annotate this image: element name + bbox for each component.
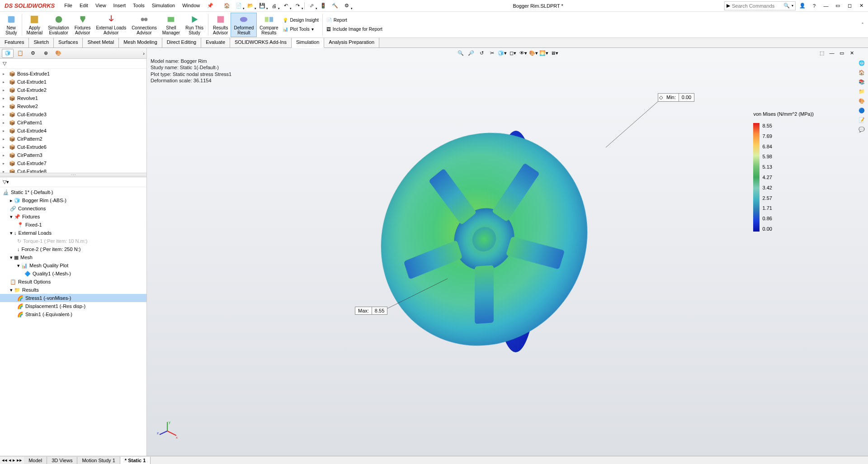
view-triad[interactable]: y x z: [156, 420, 179, 442]
close-icon[interactable]: ✕: [856, 1, 866, 10]
zoom-fit-icon[interactable]: 🔍: [456, 49, 465, 57]
feature-cut-extrude4[interactable]: ▸📦Cut-Extrude4: [0, 127, 146, 135]
menu-pin-icon[interactable]: 📌: [204, 1, 217, 10]
displacement-plot-node[interactable]: 🌈 Displacement1 (-Res disp-): [0, 302, 146, 310]
menu-window[interactable]: Window: [179, 1, 203, 10]
feature-cut-extrude6[interactable]: ▸📦Cut-Extrude6: [0, 143, 146, 151]
home-icon[interactable]: 🏠: [222, 1, 232, 10]
tab-features[interactable]: Features: [0, 38, 29, 47]
save-icon[interactable]: 💾: [257, 1, 267, 10]
feature-cut-extrude3[interactable]: ▸📦Cut-Extrude3: [0, 110, 146, 118]
tab-evaluate[interactable]: Evaluate: [201, 38, 230, 47]
feature-manager-tab-icon[interactable]: 🧊: [2, 49, 14, 58]
design-insight-button[interactable]: 💡 Design Insight: [283, 16, 318, 24]
minimize-icon[interactable]: —: [821, 1, 831, 10]
menu-tools[interactable]: Tools: [130, 1, 148, 10]
menu-file[interactable]: File: [61, 1, 75, 10]
user-icon[interactable]: 👤: [797, 1, 807, 10]
plot-tools-button[interactable]: 📊 Plot Tools ▾: [283, 25, 318, 33]
tp-resources-icon[interactable]: 🌐: [857, 59, 866, 67]
help-icon[interactable]: ?: [809, 1, 819, 10]
feature-cirpattern2[interactable]: ▸📦CirPattern2: [0, 135, 146, 143]
zoom-area-icon[interactable]: 🔎: [467, 49, 476, 57]
connections-node[interactable]: 🔗 Connections: [0, 204, 146, 213]
btab-static1[interactable]: * Static 1: [120, 457, 151, 464]
open-icon[interactable]: 📂: [245, 1, 255, 10]
deformed-result-button[interactable]: DeformedResult: [231, 13, 257, 37]
prev-view-icon[interactable]: ↺: [477, 49, 486, 57]
study-node[interactable]: 🔬 Static 1* (-Default-): [0, 188, 146, 196]
compare-results-button[interactable]: CompareResults: [257, 13, 281, 37]
fixed-node[interactable]: 📍 Fixed-1: [0, 221, 146, 229]
feature-cirpattern3[interactable]: ▸📦CirPattern3: [0, 151, 146, 159]
tab-simulation[interactable]: Simulation: [292, 38, 324, 48]
maximize-icon[interactable]: ◻: [844, 1, 854, 10]
torque-node[interactable]: ↻ Torque-1 (:Per item: 10 N.m:): [0, 237, 146, 245]
sim-filter-icon[interactable]: ▽▾: [3, 179, 9, 185]
shell-manager-button[interactable]: ShellManager: [160, 13, 183, 37]
results-advisor-button[interactable]: ResultsAdvisor: [210, 13, 231, 37]
color-legend[interactable]: von Mises (N/mm^2 (MPa)) 8.557.696.845.9…: [753, 111, 814, 232]
tab-direct-editing[interactable]: Direct Editing: [162, 38, 201, 47]
scene-icon[interactable]: 🌅▾: [539, 49, 548, 57]
graphics-viewport[interactable]: 🔍 🔎 ↺ ✂ 🧊▾ ◻▾ 👁▾ 🎨▾ 🌅▾ 🖥▾ 🌐 🏠 📚 📁 🎨 🔵 📝 …: [147, 48, 868, 456]
stress-plot-node[interactable]: 🌈 Stress1 (-vonMises-): [0, 294, 146, 302]
simulation-evaluator-button[interactable]: SimulationEvaluator: [45, 13, 72, 37]
btab-model[interactable]: Model: [24, 457, 47, 464]
tp-forum-icon[interactable]: 💬: [857, 125, 866, 133]
search-drop-icon[interactable]: ▾: [792, 4, 793, 8]
results-node[interactable]: ▾ 📁 Results: [0, 286, 146, 294]
display-style-icon[interactable]: ◻▾: [508, 49, 517, 57]
dim-manager-tab-icon[interactable]: ⊕: [40, 49, 52, 58]
feature-cut-extrude1[interactable]: ▸📦Cut-Extrude1: [0, 78, 146, 86]
redo-icon[interactable]: ↷: [292, 1, 302, 10]
fixtures-advisor-button[interactable]: FixturesAdvisor: [72, 13, 94, 37]
panel-splitter[interactable]: [0, 173, 146, 177]
tp-custom-props-icon[interactable]: 📝: [857, 116, 866, 124]
view-settings-icon[interactable]: 🖥▾: [550, 49, 559, 57]
rebuild-icon[interactable]: 🔨: [330, 1, 340, 10]
new-study-button[interactable]: NewStudy: [3, 13, 20, 37]
part-node[interactable]: ▸ 🧊 Bogger Rim (-ABS-): [0, 196, 146, 204]
property-manager-tab-icon[interactable]: 📋: [14, 49, 26, 58]
tab-mesh-modeling[interactable]: Mesh Modeling: [119, 38, 162, 47]
tp-view-palette-icon[interactable]: 🎨: [857, 97, 866, 105]
menu-view[interactable]: View: [92, 1, 109, 10]
traffic-light-icon[interactable]: 🚦: [318, 1, 328, 10]
menu-simulation[interactable]: Simulation: [149, 1, 178, 10]
tp-design-library-icon[interactable]: 📚: [857, 78, 866, 86]
result-options-node[interactable]: 📋 Result Options: [0, 278, 146, 286]
doc-close-icon[interactable]: ✕: [847, 49, 856, 57]
feature-boss-extrude1[interactable]: ▸📦Boss-Extrude1: [0, 70, 146, 78]
quality-node[interactable]: 🔷 Quality1 (-Mesh-): [0, 270, 146, 278]
force-node[interactable]: ↓ Force-2 (:Per item: 250 N:): [0, 245, 146, 253]
options-icon[interactable]: ⚙: [342, 1, 352, 10]
display-manager-tab-icon[interactable]: 🎨: [52, 49, 64, 58]
new-icon[interactable]: 📄: [234, 1, 244, 10]
tab-sheet-metal[interactable]: Sheet Metal: [83, 38, 119, 47]
config-manager-tab-icon[interactable]: ⚙: [27, 49, 39, 58]
feature-cut-extrude7[interactable]: ▸📦Cut-Extrude7: [0, 159, 146, 167]
tab-sketch[interactable]: Sketch: [29, 38, 54, 47]
hide-show-icon[interactable]: 👁▾: [519, 49, 528, 57]
max-callout[interactable]: Max: 8.55: [355, 307, 387, 315]
min-callout[interactable]: ◇ Min: 0.00: [658, 93, 694, 102]
search-input[interactable]: [732, 3, 782, 9]
mesh-quality-plot-node[interactable]: ▾ 📊 Mesh Quality Plot: [0, 261, 146, 270]
doc-link-icon[interactable]: ⬚: [817, 49, 826, 57]
doc-maximize-icon[interactable]: ▭: [837, 49, 846, 57]
strain-plot-node[interactable]: 🌈 Strain1 (-Equivalent-): [0, 310, 146, 318]
select-icon[interactable]: ⬀: [307, 1, 316, 10]
print-icon[interactable]: 🖨: [269, 1, 279, 10]
tab-addins[interactable]: SOLIDWORKS Add-Ins: [230, 38, 292, 47]
mesh-node[interactable]: ▾ ▦ Mesh: [0, 253, 146, 261]
feature-revolve2[interactable]: ▸📦Revolve2: [0, 102, 146, 110]
apply-material-button[interactable]: ApplyMaterial: [24, 13, 46, 37]
tab-analysis-prep[interactable]: Analysis Preparation: [324, 38, 379, 47]
report-button[interactable]: 📄 Report: [326, 16, 382, 24]
doc-minimize-icon[interactable]: —: [827, 49, 836, 57]
filter-icon[interactable]: ▽: [3, 61, 6, 66]
undo-icon[interactable]: ↶: [281, 1, 291, 10]
section-view-icon[interactable]: ✂: [487, 49, 496, 57]
view-orient-icon[interactable]: 🧊▾: [498, 49, 507, 57]
